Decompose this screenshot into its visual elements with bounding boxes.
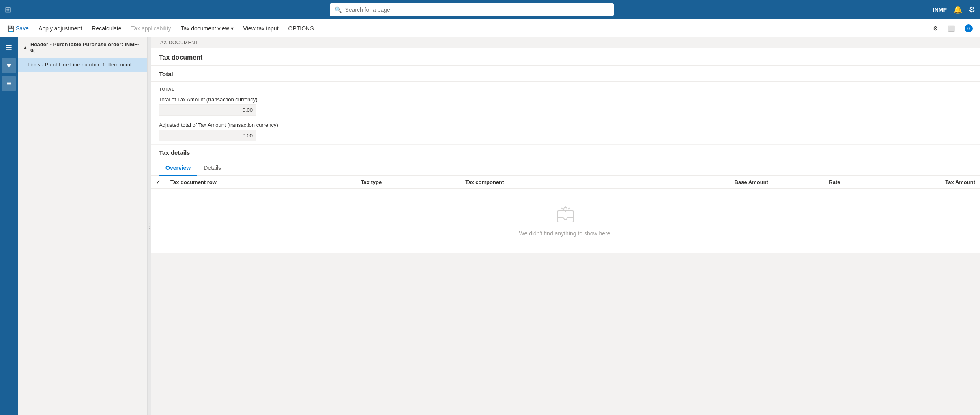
sidebar-filter-icon[interactable]: ▼ (2, 58, 16, 73)
field-group-2: Adjusted total of Tax Amount (transactio… (151, 119, 980, 144)
recalculate-button[interactable]: Recalculate (88, 23, 125, 34)
grid-menu-icon[interactable]: ⊞ (5, 5, 11, 14)
col-tax-document-row: Tax document row (165, 176, 356, 189)
save-button[interactable]: 💾 Save (3, 23, 33, 34)
search-input[interactable] (345, 6, 609, 13)
tax-applicability-button[interactable]: Tax applicability (127, 23, 175, 34)
total-inner-label: TOTAL (151, 82, 980, 93)
svg-rect-0 (557, 211, 574, 222)
empty-state-text: We didn't find anything to show here. (519, 230, 612, 237)
toolbar: 💾 Save Apply adjustment Recalculate Tax … (0, 19, 980, 37)
col-tax-component: Tax component (460, 176, 625, 189)
section-header: TAX DOCUMENT (151, 37, 980, 48)
settings-icon[interactable]: ⚙ (969, 5, 975, 14)
tabs-bar: Overview Details (151, 160, 980, 176)
toolbar-right: ⚙ ⬜ 0 (929, 22, 977, 35)
total-section: Total TOTAL Total of Tax Amount (transac… (151, 66, 980, 144)
save-icon: 💾 (7, 25, 14, 32)
view-tax-input-button[interactable]: View tax input (239, 23, 283, 34)
tax-document-card: Tax document (151, 48, 980, 66)
tree-collapse-icon: ▲ (23, 45, 28, 51)
field2-value: 0.00 (159, 130, 256, 141)
tax-document-title: Tax document (151, 48, 980, 66)
badge-icon: 0 (965, 24, 973, 32)
tax-document-view-button[interactable]: Tax document view ▾ (177, 23, 238, 34)
apply-adjustment-button[interactable]: Apply adjustment (34, 23, 86, 34)
main-layout: ☰ ▼ ≡ ▲ Header - PurchTable Purchase ord… (0, 37, 980, 415)
table-wrap: ✓ Tax document row Tax type Tax componen… (151, 176, 980, 253)
total-title: Total (151, 66, 980, 82)
tax-details-section: Tax details Overview Details ✓ Tax docum… (151, 145, 980, 253)
col-base-amount: Base Amount (625, 176, 773, 189)
empty-state-icon (555, 205, 576, 226)
col-tax-amount: Tax Amount (845, 176, 980, 189)
office-icon: ⬜ (948, 25, 955, 32)
tree-panel: ▲ Header - PurchTable Purchase order: IN… (18, 37, 148, 415)
top-navigation: ⊞ 🔍 INMF 🔔 ⚙ (0, 0, 980, 19)
col-tax-type: Tax type (356, 176, 460, 189)
tax-details-title: Tax details (151, 145, 980, 160)
svg-point-1 (564, 208, 567, 211)
content-area: TAX DOCUMENT Tax document Total TOTAL To… (151, 37, 980, 415)
svg-line-4 (568, 208, 570, 209)
panel-resizer[interactable]: · · · (148, 37, 151, 415)
tree-header-item[interactable]: ▲ Header - PurchTable Purchase order: IN… (18, 37, 147, 58)
col-rate: Rate (773, 176, 845, 189)
sidebar-menu-icon[interactable]: ☰ (2, 41, 16, 55)
sidebar-icons: ☰ ▼ ≡ (0, 37, 18, 415)
toolbar-office-icon-btn[interactable]: ⬜ (944, 23, 959, 34)
field1-label: Total of Tax Amount (transaction currenc… (159, 96, 972, 103)
tab-details[interactable]: Details (197, 160, 228, 176)
notification-icon[interactable]: 🔔 (953, 5, 962, 14)
sidebar-list-icon[interactable]: ≡ (2, 76, 16, 91)
field1-value: 0.00 (159, 104, 256, 116)
field-group-1: Total of Tax Amount (transaction currenc… (151, 93, 980, 119)
field2-label: Adjusted total of Tax Amount (transactio… (159, 122, 972, 128)
toolbar-settings-icon: ⚙ (933, 25, 938, 32)
tax-document-table: ✓ Tax document row Tax type Tax componen… (151, 176, 980, 253)
user-label: INMF (933, 6, 947, 13)
toolbar-settings-icon-btn[interactable]: ⚙ (929, 23, 942, 34)
tab-overview[interactable]: Overview (159, 160, 197, 176)
svg-line-3 (561, 208, 563, 209)
nav-right: INMF 🔔 ⚙ (933, 5, 975, 14)
toolbar-badge-btn[interactable]: 0 (961, 22, 977, 35)
search-icon: 🔍 (335, 6, 342, 13)
chevron-down-icon: ▾ (231, 25, 234, 32)
tree-child-item[interactable]: Lines - PurchLine Line number: 1, Item n… (18, 58, 147, 72)
col-check: ✓ (151, 176, 165, 189)
search-input-wrap[interactable]: 🔍 (330, 3, 614, 16)
search-bar: 🔍 (11, 3, 933, 16)
empty-state: We didn't find anything to show here. (151, 189, 980, 253)
options-button[interactable]: OPTIONS (284, 23, 318, 34)
